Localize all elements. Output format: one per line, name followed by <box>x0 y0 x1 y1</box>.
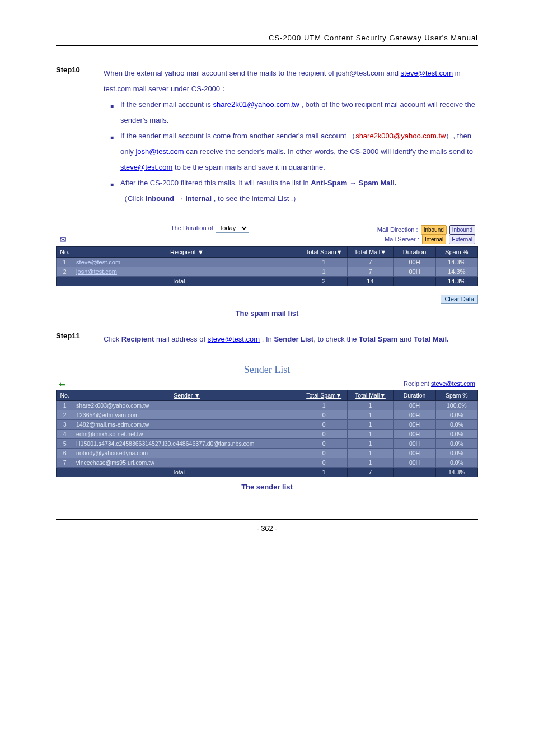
col-duration[interactable]: Duration <box>394 390 435 401</box>
cell-dur: 00H <box>394 430 435 439</box>
cell-tmail: 1 <box>347 439 394 449</box>
cell-tmail: 1 <box>347 458 394 468</box>
total-label: Total <box>57 277 301 286</box>
cell-tmail: 7 <box>347 267 394 277</box>
total-pct: 14.3% <box>435 277 477 286</box>
cell-no: 7 <box>57 458 73 468</box>
recipient-label: Recipient <box>404 380 431 387</box>
table-row: 5H15001.s4734.c2458366314527.l30.e448646… <box>57 439 478 449</box>
cell-tspam: 0 <box>301 449 347 458</box>
recipient-link[interactable]: steve@test.com <box>76 259 120 265</box>
step10-b1-link[interactable]: share2k01@yahoo.com.tw <box>213 100 299 109</box>
cell-tmail: 1 <box>347 430 394 439</box>
server-internal-badge[interactable]: Internal <box>422 235 446 244</box>
step10-b2-link1[interactable]: share2k003@yahoo.com.tw <box>355 132 446 140</box>
caption-spam-list: The spam mail list <box>56 309 478 318</box>
step11-c: . In <box>260 335 274 343</box>
duration-select[interactable]: Today <box>216 223 249 233</box>
step10-b3-c: , to see the internal List .） <box>212 194 300 203</box>
table-row: 4edm@cmx5.so-net.net.tw0100H0.0% <box>57 430 478 439</box>
step11-link[interactable]: steve@test.com <box>208 335 260 343</box>
back-arrow-icon[interactable]: ⬅ <box>59 380 65 388</box>
table-row: 31482@mail.ms-edm.com.tw0100H0.0% <box>57 420 478 430</box>
step10-intro-link[interactable]: steve@test.com <box>401 69 453 77</box>
cell-dur: 00H <box>394 449 435 458</box>
col-total-spam[interactable]: Total Spam▼ <box>301 247 347 258</box>
col-spam-pct[interactable]: Spam % <box>435 247 477 258</box>
col-sender[interactable]: Sender ▼ <box>73 390 301 401</box>
cell-sender: H15001.s4734.c2458366314527.l30.e4486463… <box>73 439 301 449</box>
cell-pct: 0.0% <box>435 430 477 439</box>
page-header: CS-2000 UTM Content Security Gateway Use… <box>56 34 478 46</box>
bullet-square-icon: ■ <box>104 97 120 128</box>
recipient-link[interactable]: josh@test.com <box>76 268 117 275</box>
col-total-spam[interactable]: Total Spam▼ <box>301 390 347 401</box>
col-no[interactable]: No. <box>57 390 73 401</box>
cell-pct: 100.0% <box>435 401 477 410</box>
cell-tmail: 1 <box>347 449 394 458</box>
col-duration[interactable]: Duration <box>394 247 435 258</box>
cell-tspam: 0 <box>301 420 347 430</box>
cell-tspam: 0 <box>301 458 347 468</box>
cell-pct: 0.0% <box>435 458 477 468</box>
bullet-square-icon: ■ <box>104 175 120 207</box>
col-total-mail[interactable]: Total Mail▼ <box>347 390 394 401</box>
mail-server-label: Mail Server : <box>385 236 421 242</box>
cell-pct: 14.3% <box>435 258 477 267</box>
table-header-row: No. Sender ▼ Total Spam▼ Total Mail▼ Dur… <box>57 390 478 401</box>
col-recipient[interactable]: Recipient ▼ <box>73 247 301 258</box>
sender-list-title: Sender List <box>56 364 478 376</box>
direction-inbound-badge[interactable]: Inbound <box>421 225 447 235</box>
col-total-mail[interactable]: Total Mail▼ <box>347 247 394 258</box>
cell-dur: 00H <box>394 439 435 449</box>
cell-dur: 00H <box>394 267 435 277</box>
cell-dur: 00H <box>394 420 435 430</box>
cell-tspam: 0 <box>301 410 347 420</box>
step11-bold2: Sender List <box>274 335 313 343</box>
step10-b2-link2[interactable]: josh@test.com <box>135 147 184 156</box>
step10-b3-bold2: Inbound → Internal <box>146 194 212 203</box>
step10-b2-link3[interactable]: steve@test.com <box>120 163 172 171</box>
direction-inbound-badge-2[interactable]: Inbound <box>449 225 475 235</box>
col-spam-pct[interactable]: Spam % <box>435 390 477 401</box>
cell-pct: 0.0% <box>435 420 477 430</box>
bullet-square-icon: ■ <box>104 128 120 175</box>
sender-list-screenshot: Sender List ⬅ Recipient steve@test.com N… <box>56 364 478 477</box>
table-row: 2 josh@test.com 1 7 00H 14.3% <box>57 267 478 277</box>
cell-tspam: 1 <box>301 258 347 267</box>
table-row: 1share2k003@yahoo.com.tw1100H100.0% <box>57 401 478 410</box>
step11-e: and <box>397 335 414 343</box>
cell-tspam: 0 <box>301 430 347 439</box>
server-external-badge[interactable]: External <box>449 235 475 244</box>
total-tspam: 2 <box>301 277 347 286</box>
table-row: 2123654@edm.yam.com0100H0.0% <box>57 410 478 420</box>
step11-bold4: Total Mail. <box>414 335 449 343</box>
step11-d: , to check the <box>313 335 359 343</box>
col-no[interactable]: No. <box>57 247 73 258</box>
total-dur <box>394 277 435 286</box>
step10-b2-c: can receive the sender's mails. In other… <box>184 147 473 156</box>
step11-a: Click <box>104 335 121 343</box>
cell-no: 6 <box>57 449 73 458</box>
cell-tmail: 1 <box>347 410 394 420</box>
cell-tmail: 1 <box>347 401 394 410</box>
cell-pct: 0.0% <box>435 410 477 420</box>
cell-dur: 00H <box>394 401 435 410</box>
total-tspam: 1 <box>301 468 347 477</box>
cell-tspam: 0 <box>301 439 347 449</box>
cell-pct: 0.0% <box>435 439 477 449</box>
step10-b1-a: If the sender mail account is <box>120 100 213 109</box>
total-tmail: 7 <box>347 468 394 477</box>
caption-sender-list: The sender list <box>56 483 478 491</box>
mail-direction-label: Mail Direction : <box>377 226 420 233</box>
table-row: 1 steve@test.com 1 7 00H 14.3% <box>57 258 478 267</box>
cell-no: 4 <box>57 430 73 439</box>
clear-data-button[interactable]: Clear Data <box>441 295 478 304</box>
step10-label: Step10 <box>56 66 104 206</box>
cell-tspam: 1 <box>301 267 347 277</box>
duration-label: The Duration of <box>171 225 213 231</box>
recipient-value-link[interactable]: steve@test.com <box>431 380 475 387</box>
step10-b3-a: After the CS-2000 filtered this mails, i… <box>120 179 311 187</box>
cell-dur: 00H <box>394 458 435 468</box>
cell-sender: vincechase@ms95.url.com.tw <box>73 458 301 468</box>
